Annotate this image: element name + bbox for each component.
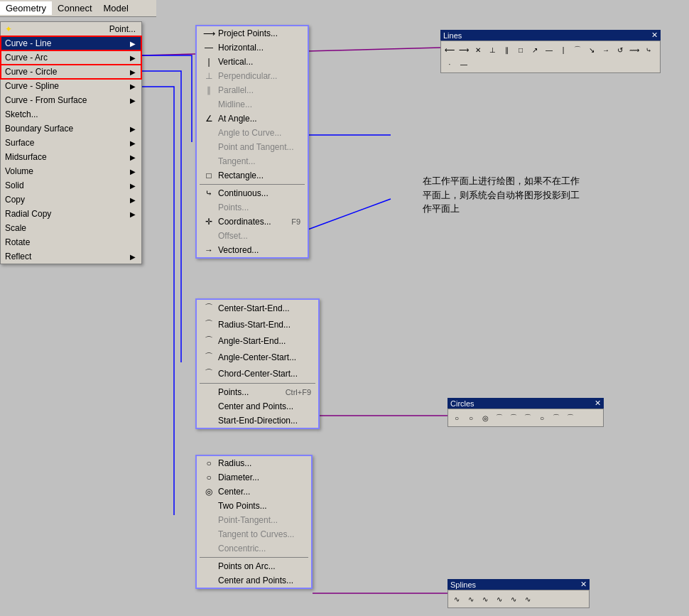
menu-item-boundary-surface[interactable]: Boundary Surface ▶ — [1, 121, 141, 136]
line-btn-2[interactable]: ✕ — [472, 43, 484, 56]
arrow-icon: ▶ — [130, 210, 136, 218]
submenu-circle-two-points[interactable]: Two Points... — [197, 499, 311, 513]
submenu-line-vertical[interactable]: | Vertical... — [197, 55, 308, 69]
circle-btn-5[interactable]: ⌒ — [521, 411, 534, 424]
submenu-arc-start-end-direction[interactable]: Start-End-Direction... — [197, 414, 318, 428]
menu-model[interactable]: Model — [98, 1, 134, 15]
line-btn-16[interactable]: — — [457, 58, 470, 70]
submenu-line-rectangle[interactable]: □ Rectangle... — [197, 168, 308, 183]
line-btn-0[interactable]: ⟵ — [443, 43, 456, 56]
circle-btn-0[interactable]: ○ — [450, 411, 463, 424]
menu-item-curve-circle[interactable]: Curve - Circle ▶ — [1, 65, 141, 79]
submenu-arc-center-points[interactable]: Center and Points... — [197, 399, 318, 414]
vector-icon: → — [202, 245, 215, 255]
circles-toolbar-buttons: ○ ○ ◎ ⌒ ⌒ ⌒ ○ ⌒ ⌒ — [447, 409, 604, 427]
menu-item-curve-line[interactable]: Curve - Line ▶ — [1, 36, 141, 50]
submenu-circle-radius[interactable]: ○ Radius... — [197, 456, 311, 470]
menu-geometry[interactable]: Geometry — [0, 1, 52, 15]
spline-btn-2[interactable]: ∿ — [479, 593, 492, 605]
menu-item-curve-arc[interactable]: Curve - Arc ▶ — [1, 50, 141, 65]
lines-toolbar-close[interactable]: ✕ — [651, 31, 658, 40]
line-btn-7[interactable]: — — [543, 43, 555, 56]
submenu-line-horizontal[interactable]: — Horizontal... — [197, 40, 308, 55]
arc-icon: ⌒ — [202, 367, 215, 379]
submenu-arc-angle-start-end[interactable]: ⌒ Angle-Start-End... — [197, 333, 318, 349]
separator — [200, 184, 305, 185]
menu-item-solid[interactable]: Solid ▶ — [1, 178, 141, 193]
spline-btn-3[interactable]: ∿ — [493, 593, 506, 605]
menu-item-sketch[interactable]: Sketch... — [1, 107, 141, 121]
submenu-circle-diameter[interactable]: ○ Diameter... — [197, 470, 311, 485]
spline-btn-4[interactable]: ∿ — [507, 593, 520, 605]
line-btn-8[interactable]: | — [557, 43, 570, 56]
svg-line-2 — [298, 199, 391, 233]
submenu-line-at-angle[interactable]: ∠ At Angle... — [197, 112, 308, 126]
menu-item-radial-copy[interactable]: Radial Copy ▶ — [1, 207, 141, 221]
spline-btn-5[interactable]: ∿ — [521, 593, 534, 605]
submenu-arc-angle-center-start[interactable]: ⌒ Angle-Center-Start... — [197, 349, 318, 365]
submenu-arc-center-start-end[interactable]: ⌒ Center-Start-End... — [197, 300, 318, 316]
line-btn-3[interactable]: ⊥ — [486, 43, 499, 56]
menu-item-curve-spline[interactable]: Curve - Spline ▶ — [1, 79, 141, 93]
spline-btn-1[interactable]: ∿ — [465, 593, 477, 605]
submenu-circle-center[interactable]: ◎ Center... — [197, 485, 311, 499]
line-btn-11[interactable]: → — [600, 43, 612, 56]
arrow-icon: ▶ — [130, 82, 136, 90]
submenu-line-coordinates[interactable]: ✛ Coordinates... F9 — [197, 215, 308, 229]
submenu-line-angle-to-curve: Angle to Curve... — [197, 126, 308, 140]
menu-item-point[interactable]: ✦ Point... — [1, 22, 141, 36]
line-btn-10[interactable]: ↘ — [585, 43, 598, 56]
line-btn-1[interactable]: ⟶ — [457, 43, 470, 56]
submenu-arc-radius-start-end[interactable]: ⌒ Radius-Start-End... — [197, 316, 318, 333]
menu-item-surface[interactable]: Surface ▶ — [1, 136, 141, 150]
circle-btn-4[interactable]: ⌒ — [507, 411, 520, 424]
circle-btn-6[interactable]: ○ — [536, 411, 548, 424]
spline-btn-0[interactable]: ∿ — [450, 593, 463, 605]
submenu-line-project-points[interactable]: ⟶ Project Points... — [197, 26, 308, 40]
menu-item-curve-from-surface[interactable]: Curve - From Surface ▶ — [1, 93, 141, 107]
menu-connect[interactable]: Connect — [52, 1, 97, 15]
menu-item-volume[interactable]: Volume ▶ — [1, 164, 141, 178]
angle-icon: ∠ — [202, 114, 215, 124]
submenu-circle-center-points[interactable]: Center and Points... — [197, 573, 311, 588]
diameter-icon: ○ — [202, 472, 215, 482]
circles-toolbar-title: Circles ✕ — [447, 398, 604, 409]
line-btn-9[interactable]: ⌒ — [571, 43, 584, 56]
submenu-arc-points[interactable]: Points... Ctrl+F9 — [197, 385, 318, 399]
line-btn-12[interactable]: ↺ — [614, 43, 626, 56]
submenu-arc: ⌒ Center-Start-End... ⌒ Radius-Start-End… — [195, 298, 320, 429]
circle-btn-8[interactable]: ⌒ — [564, 411, 577, 424]
arrow-icon: ▶ — [130, 68, 136, 76]
lines-toolbar-buttons: ⟵ ⟶ ✕ ⊥ ∥ □ ↗ — | ⌒ ↘ → ↺ ⟿ ⤷ · — — [440, 40, 661, 73]
line-btn-14[interactable]: ⤷ — [642, 43, 655, 56]
submenu-line-midline: Midline... — [197, 97, 308, 112]
menu-item-copy[interactable]: Copy ▶ — [1, 193, 141, 207]
submenu-line-continuous[interactable]: ⤷ Continuous... — [197, 186, 308, 200]
menu-item-midsurface[interactable]: Midsurface ▶ — [1, 150, 141, 164]
arrow-icon: ▶ — [130, 253, 136, 261]
plus-icon: ✦ — [5, 24, 12, 34]
circles-toolbar-close[interactable]: ✕ — [595, 399, 601, 408]
line-btn-13[interactable]: ⟿ — [628, 43, 641, 56]
circle-btn-1[interactable]: ○ — [465, 411, 477, 424]
splines-toolbar-close[interactable]: ✕ — [580, 580, 587, 589]
menu-item-reflect[interactable]: Reflect ▶ — [1, 249, 141, 264]
menu-item-scale[interactable]: Scale — [1, 221, 141, 235]
submenu-circle-point-tangent: Point-Tangent... — [197, 513, 311, 527]
menu-item-rotate[interactable]: Rotate — [1, 235, 141, 249]
arrow-icon: ▶ — [130, 40, 136, 48]
line-btn-5[interactable]: □ — [514, 43, 527, 56]
submenu-line-vectored[interactable]: → Vectored... — [197, 243, 308, 257]
line-btn-15[interactable]: · — [443, 58, 456, 70]
vertical-icon: | — [202, 57, 215, 67]
circle-btn-3[interactable]: ⌒ — [493, 411, 506, 424]
line-btn-4[interactable]: ∥ — [500, 43, 513, 56]
submenu-circle-points-on-arc[interactable]: Points on Arc... — [197, 559, 311, 573]
line-btn-6[interactable]: ↗ — [528, 43, 541, 56]
circle-btn-2[interactable]: ◎ — [479, 411, 492, 424]
rect-icon: □ — [202, 171, 215, 180]
main-menu: ✦ Point... Curve - Line ▶ Curve - Arc ▶ … — [0, 21, 142, 264]
arrow-icon: ▶ — [130, 182, 136, 190]
circle-btn-7[interactable]: ⌒ — [550, 411, 563, 424]
submenu-arc-chord-center-start[interactable]: ⌒ Chord-Center-Start... — [197, 365, 318, 382]
